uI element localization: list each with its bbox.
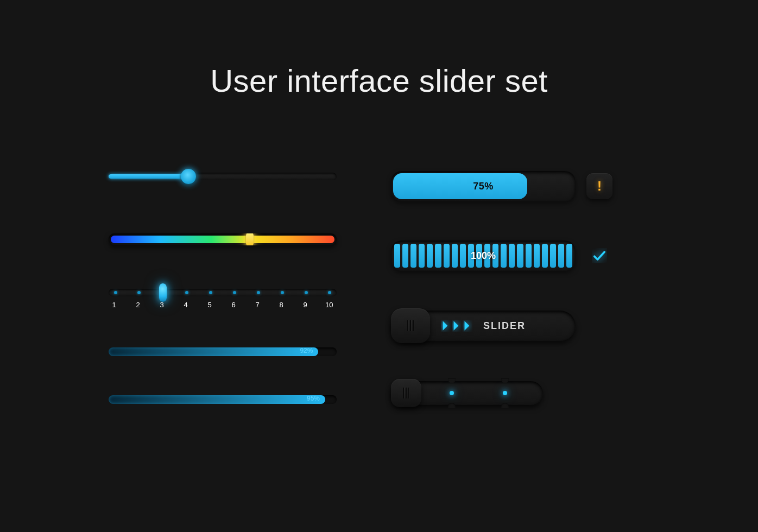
step-dot[interactable] bbox=[185, 291, 188, 294]
step-label: 9 bbox=[301, 301, 309, 309]
progress-value: 75% bbox=[391, 171, 576, 201]
step-label: 1 bbox=[110, 301, 118, 309]
progress-block-75: 75% ! bbox=[391, 171, 624, 201]
drag-handle[interactable] bbox=[391, 308, 430, 343]
step-label: 5 bbox=[206, 301, 213, 309]
step-label: 6 bbox=[230, 301, 237, 309]
slider-label: SLIDER bbox=[483, 320, 526, 332]
progress-value: 95% bbox=[307, 395, 320, 402]
progress-bar-thin-a: 92% bbox=[109, 347, 337, 356]
warning-icon: ! bbox=[597, 179, 602, 194]
step-label: 3 bbox=[158, 301, 166, 309]
step-dot[interactable] bbox=[209, 291, 212, 294]
step-dot[interactable] bbox=[257, 291, 260, 294]
step-label: 7 bbox=[254, 301, 261, 309]
progress-value: 92% bbox=[300, 347, 313, 354]
slider-thumb-icon[interactable] bbox=[181, 169, 196, 184]
progress-block-100: 100% bbox=[391, 240, 624, 271]
notch-indicator-icon bbox=[503, 391, 507, 395]
notch-slider[interactable] bbox=[391, 381, 624, 405]
slider-thumb-icon[interactable] bbox=[246, 233, 254, 245]
success-indicator bbox=[586, 243, 612, 269]
step-dot[interactable] bbox=[305, 291, 308, 294]
progress-value: 100% bbox=[391, 240, 576, 271]
step-dot[interactable] bbox=[328, 291, 331, 294]
step-dot[interactable] bbox=[114, 291, 117, 294]
slider-thumb-icon[interactable] bbox=[159, 283, 167, 302]
step-dot[interactable] bbox=[281, 291, 284, 294]
step-label: 8 bbox=[277, 301, 285, 309]
basic-slider[interactable] bbox=[109, 173, 337, 180]
rainbow-slider[interactable] bbox=[109, 233, 337, 245]
page-title: User interface slider set bbox=[0, 62, 758, 99]
step-slider[interactable]: 12345678910 bbox=[109, 289, 337, 296]
step-label: 10 bbox=[325, 301, 333, 309]
progress-bar-thin-b: 95% bbox=[109, 395, 337, 404]
step-label: 2 bbox=[134, 301, 142, 309]
step-dot[interactable] bbox=[233, 291, 236, 294]
step-dot[interactable] bbox=[137, 291, 141, 294]
chevron-right-icon bbox=[441, 320, 472, 332]
warning-button[interactable]: ! bbox=[586, 173, 612, 199]
pull-slider[interactable]: SLIDER bbox=[391, 311, 624, 341]
notch-indicator-icon bbox=[450, 391, 454, 395]
check-icon bbox=[592, 248, 607, 263]
step-label: 4 bbox=[182, 301, 190, 309]
drag-handle[interactable] bbox=[391, 379, 421, 407]
